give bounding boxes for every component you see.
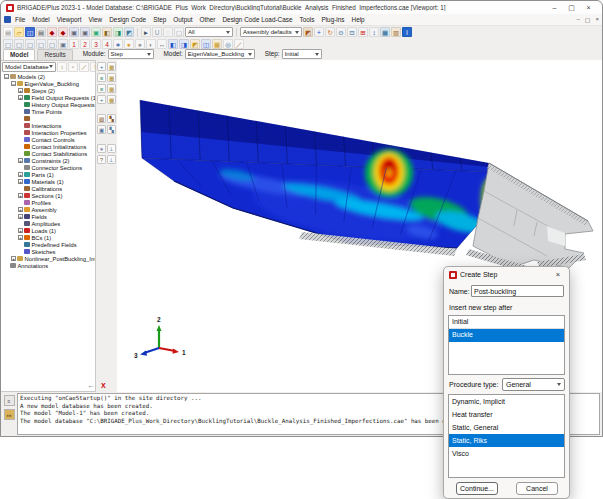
tree-expander-icon[interactable]: + bbox=[18, 95, 23, 100]
procedure-option-static-general[interactable]: Static, General bbox=[449, 421, 564, 434]
minimize-button[interactable]: – bbox=[546, 2, 563, 14]
render-shaded-icon[interactable]: ◧ bbox=[102, 27, 112, 37]
query-tool-icon[interactable]: ? bbox=[97, 155, 106, 164]
tree-expander-icon[interactable]: + bbox=[18, 158, 23, 163]
render-style-3-icon[interactable]: ◩ bbox=[190, 39, 200, 49]
child-close-button[interactable]: × bbox=[595, 16, 599, 23]
tree-item-contact-initializations[interactable]: Contact Initializations bbox=[2, 143, 95, 150]
tree-expander-icon[interactable]: + bbox=[18, 88, 23, 93]
menu-view[interactable]: View bbox=[88, 16, 102, 23]
procedure-option-visco[interactable]: Visco bbox=[449, 447, 564, 460]
lasso-select-icon[interactable]: ◌ bbox=[163, 27, 173, 37]
tree-item-eigenvalue-buckling[interactable]: –EigenValue_Buckling bbox=[2, 80, 95, 87]
tab-results[interactable]: Results bbox=[37, 49, 72, 60]
child-minimize-button[interactable]: – bbox=[576, 16, 579, 23]
view-cut-2-icon[interactable]: ▣ bbox=[80, 27, 90, 37]
cycle-database-icon[interactable]: ↕ bbox=[57, 62, 67, 72]
dialog-close-icon[interactable]: × bbox=[552, 270, 564, 279]
step-name-input[interactable]: Post-buckling bbox=[471, 285, 564, 297]
step-option-initial[interactable]: Initial bbox=[449, 316, 564, 329]
cancel-button[interactable]: Cancel bbox=[516, 482, 558, 495]
continue-button[interactable]: Continue... bbox=[456, 482, 498, 495]
tree-item-constraints-2[interactable]: +Constraints (2) bbox=[2, 157, 95, 164]
query-info-icon[interactable]: i bbox=[402, 27, 412, 37]
create-time-points-icon[interactable]: + bbox=[97, 95, 106, 104]
tree-item-interaction-properties[interactable]: Interaction Properties bbox=[2, 129, 95, 136]
create-restart-icon[interactable]: ▣ bbox=[97, 125, 106, 134]
axes-tool-icon[interactable]: ⊥ bbox=[107, 144, 116, 153]
box-zoom-view-icon[interactable]: ⊡ bbox=[347, 27, 357, 37]
menu-other[interactable]: Other bbox=[200, 16, 216, 23]
cycle-views-icon[interactable]: ↕ bbox=[369, 27, 379, 37]
tree-item-adaptive-mesh[interactable] bbox=[2, 115, 95, 122]
tree-expander-icon[interactable]: – bbox=[4, 74, 9, 79]
menu-design-code[interactable]: Design Code bbox=[109, 16, 146, 23]
procedure-type-combobox[interactable]: General bbox=[502, 378, 565, 391]
capture-select-icon[interactable]: ▢ bbox=[174, 27, 184, 37]
render-hidden-icon[interactable]: ◨ bbox=[113, 27, 123, 37]
child-restore-button[interactable]: ▢ bbox=[585, 16, 591, 23]
create-annotation-icon[interactable]: ∗ bbox=[97, 144, 106, 153]
command-line-tab-icon[interactable]: ››› bbox=[4, 409, 15, 420]
save-icon[interactable]: ◫ bbox=[25, 27, 35, 37]
create-adaptive-mesh-icon[interactable]: ▨ bbox=[97, 114, 106, 123]
auto-fit-view-icon[interactable]: ⊞ bbox=[358, 27, 368, 37]
tree-item-amplitudes[interactable]: Amplitudes bbox=[2, 220, 95, 227]
annotate-1-icon[interactable]: ◆ bbox=[47, 27, 57, 37]
menu-tools[interactable]: Tools bbox=[300, 16, 315, 23]
reference-axes-icon[interactable]: ⊥ bbox=[107, 155, 116, 164]
tree-item-contact-stabilizations[interactable]: Contact Stabilizations bbox=[2, 150, 95, 157]
view-left-icon[interactable]: ▢ bbox=[47, 39, 57, 49]
tree-item-steps-2[interactable]: +Steps (2) bbox=[2, 87, 95, 94]
tree-item-nonlinear-postbuckling-imperf[interactable]: +Nonlinear_PostBuckling_Imperf bbox=[2, 255, 95, 262]
create-step-icon[interactable]: + bbox=[97, 62, 106, 71]
menu-plug-ins[interactable]: Plug-ins bbox=[321, 16, 344, 23]
apply-view-4-icon[interactable]: 4 bbox=[102, 39, 112, 49]
tree-item-models-2[interactable]: –Models (2) bbox=[2, 73, 95, 80]
edit-filter-icon[interactable]: ／ bbox=[79, 62, 89, 72]
prompt-back-icon[interactable]: ← bbox=[87, 382, 95, 390]
render-style-2-icon[interactable]: ◨ bbox=[179, 39, 189, 49]
tree-expander-icon[interactable]: + bbox=[18, 214, 23, 219]
view-bottom-icon[interactable]: ▢ bbox=[36, 39, 46, 49]
pencil-edit-icon[interactable]: ／ bbox=[234, 39, 244, 49]
view-cut-1-icon[interactable]: ▣ bbox=[69, 27, 79, 37]
pan-view-icon[interactable]: + bbox=[314, 27, 324, 37]
tree-item-predefined-fields[interactable]: Predefined Fields bbox=[2, 241, 95, 248]
view-cut-3-icon[interactable]: ▣ bbox=[91, 27, 101, 37]
pin-panel-icon[interactable]: ▫ bbox=[68, 62, 78, 72]
tree-item-field-output-requests-1[interactable]: +Field Output Requests (1) bbox=[2, 94, 95, 101]
field-output-manager-icon[interactable]: ▦ bbox=[107, 73, 116, 82]
render-style-1-icon[interactable]: ◧ bbox=[168, 39, 178, 49]
tree-expander-icon[interactable]: + bbox=[18, 228, 23, 233]
tree-item-interactions[interactable]: Interactions bbox=[2, 122, 95, 129]
tree-expander-icon[interactable]: + bbox=[18, 193, 23, 198]
probe-values-icon[interactable]: ◎ bbox=[223, 39, 233, 49]
module-combobox[interactable]: Step bbox=[108, 49, 154, 59]
tree-item-profiles[interactable]: Profiles bbox=[2, 199, 95, 206]
tree-item-contact-controls[interactable]: Contact Controls bbox=[2, 136, 95, 143]
menu-design-code-load-case[interactable]: Design Code Load-Case bbox=[223, 16, 293, 23]
tree-item-loads-1[interactable]: +Loads (1) bbox=[2, 227, 95, 234]
tree-item-bcs-1[interactable]: +BCs (1) bbox=[2, 234, 95, 241]
maximize-button[interactable]: ▢ bbox=[563, 2, 580, 14]
menu-file[interactable]: File bbox=[15, 16, 25, 23]
tree-item-annotations[interactable]: Annotations bbox=[2, 262, 95, 269]
render-style-5-icon[interactable]: ▦ bbox=[212, 39, 222, 49]
tree-item-sections-1[interactable]: +Sections (1) bbox=[2, 192, 95, 199]
insert-after-list[interactable]: InitialBuckle bbox=[448, 315, 565, 375]
view-front-icon[interactable]: ▢ bbox=[3, 39, 13, 49]
apply-view-1-icon[interactable]: 1 bbox=[69, 39, 79, 49]
procedure-option-dynamic-implicit[interactable]: Dynamic, Implicit bbox=[449, 395, 564, 408]
message-area-tab-icon[interactable]: ≡ bbox=[4, 395, 15, 406]
rotate-mode-icon[interactable]: ↔ bbox=[157, 39, 167, 49]
tree-item-history-output-requests[interactable]: History Output Requests bbox=[2, 101, 95, 108]
menu-viewport[interactable]: Viewport bbox=[57, 16, 82, 23]
tree-expander-icon[interactable]: – bbox=[11, 81, 16, 86]
procedure-option-static-riks[interactable]: Static, Riks bbox=[449, 434, 564, 447]
viewport-layers-icon[interactable]: ▥ bbox=[391, 27, 401, 37]
render-wireframe-icon[interactable]: ◩ bbox=[124, 27, 134, 37]
tree-item-fields[interactable]: +Fields bbox=[2, 213, 95, 220]
tree-expander-icon[interactable]: + bbox=[18, 179, 23, 184]
history-output-manager-icon[interactable]: ▦ bbox=[107, 84, 116, 93]
